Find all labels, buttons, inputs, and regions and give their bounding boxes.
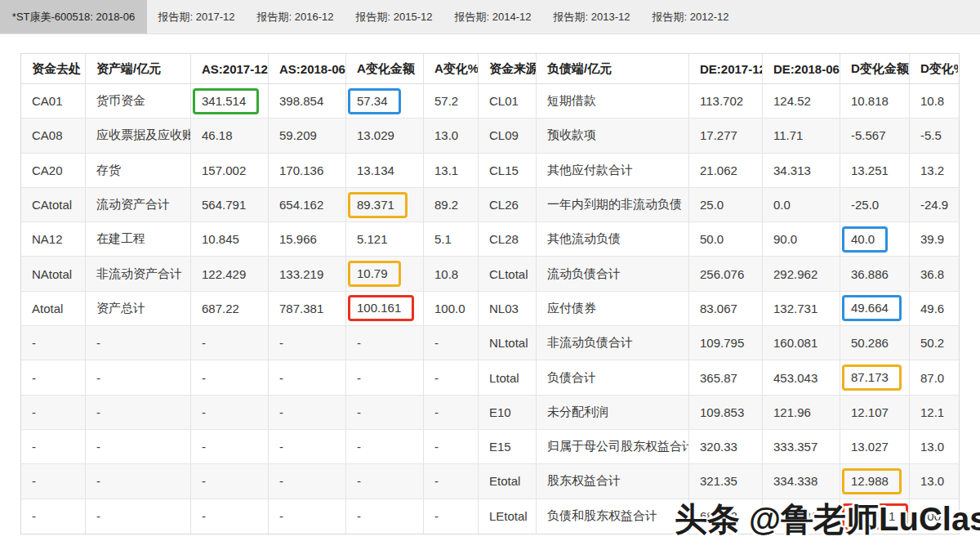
table-cell: CL26 [479, 188, 537, 221]
table-cell: 流动负债合计 [537, 257, 689, 290]
table-row: CA20存货157.002170.13613.13413.1CL15其他应付款合… [21, 154, 959, 188]
table-cell: 89.371 [346, 188, 424, 221]
table-cell: CLtotal [479, 257, 537, 290]
table-cell: 113.702 [689, 84, 763, 118]
table-cell: 341.514 [191, 84, 269, 118]
tab-report-period-1[interactable]: 报告期: 2016-12 [246, 0, 345, 34]
table-cell: - [191, 499, 269, 534]
table-cell: - [269, 464, 346, 498]
table-cell: 49.6 [910, 292, 958, 325]
table-cell: - [346, 464, 424, 498]
table-cell: Ltotal [479, 360, 537, 394]
table-cell: NL03 [479, 292, 537, 325]
table-cell: CAtotal [21, 188, 86, 221]
column-header: 资金来源 [479, 54, 537, 83]
column-header: AS:2018-06 [269, 54, 346, 83]
table-cell: 预收款项 [537, 118, 689, 152]
table-cell: 321.35 [689, 464, 763, 498]
table-cell: 10.845 [191, 222, 269, 256]
table-cell: 13.2 [910, 154, 958, 187]
table-cell: 负债合计 [537, 360, 689, 394]
table-cell: 17.277 [689, 118, 763, 152]
table-cell: E10 [479, 396, 537, 429]
table-cell: 13.029 [346, 118, 424, 152]
table-cell: 687.22 [689, 499, 763, 534]
table-cell: - [191, 396, 269, 429]
table-cell: 10.818 [840, 84, 910, 118]
table-cell: 10.8 [424, 257, 479, 290]
table-cell: 13.0 [910, 464, 958, 498]
table-cell: 非流动资产合计 [86, 257, 191, 290]
table-cell: 654.162 [269, 188, 346, 221]
table-cell: CL28 [479, 222, 537, 256]
table-cell: 453.043 [763, 360, 840, 394]
table-cell: 流动资产合计 [86, 188, 191, 221]
table-cell: 负债和股东权益合计 [537, 499, 689, 534]
table-row: CA08应收票据及应收账款46.1859.20913.02913.0CL09预收… [21, 118, 959, 153]
tab-report-period-4[interactable]: 报告期: 2013-12 [542, 0, 641, 34]
table-cell: 170.136 [269, 154, 346, 187]
table-cell: - [21, 326, 86, 360]
table-cell: 36.886 [840, 257, 910, 290]
table-cell: NAtotal [21, 257, 86, 290]
column-header: 资金去处 [21, 54, 86, 83]
highlight-green-box: 341.514 [193, 88, 259, 114]
table-cell: 12.107 [840, 396, 910, 429]
table-cell: 40.0 [840, 222, 910, 256]
tab-report-period-0[interactable]: 报告期: 2017-12 [147, 0, 246, 34]
table-row: ------Ltotal负债合计365.87453.04387.17387.0 [21, 360, 959, 395]
table-cell: 109.795 [689, 326, 763, 360]
table-cell: - [346, 360, 424, 394]
table-cell: 59.209 [269, 118, 346, 152]
table-cell: 333.357 [763, 430, 840, 463]
table-cell: 50.2 [910, 326, 958, 360]
table-cell: - [424, 499, 479, 534]
tab-report-period-5[interactable]: 报告期: 2012-12 [641, 0, 740, 34]
table-cell: 39.9 [910, 222, 958, 256]
table-cell: 157.002 [191, 154, 269, 187]
table-cell: - [191, 430, 269, 463]
table-cell: 10.8 [910, 84, 958, 118]
column-header: 资产端/亿元 [86, 54, 191, 83]
table-row: ------E10未分配利润109.853121.9612.10712.1 [21, 396, 959, 430]
table-cell: 在建工程 [86, 222, 191, 256]
column-header: D变化金额 [840, 54, 910, 83]
table-cell: - [269, 326, 346, 360]
table-cell: - [21, 499, 86, 534]
table-cell: 87.173 [840, 360, 910, 394]
table-cell: 122.429 [191, 257, 269, 290]
table-row: ------LEtotal负债和股东权益合计687.22787.381100.1… [21, 499, 959, 534]
table-cell: 0.0 [763, 188, 840, 221]
table-cell: - [269, 396, 346, 429]
tab-current-period[interactable]: *ST康美-600518: 2018-06 [0, 0, 147, 34]
highlight-red-box: 100.161 [842, 503, 908, 530]
table-cell: CL09 [479, 118, 537, 152]
table-row: NAtotal非流动资产合计122.429133.21910.7910.8CLt… [21, 257, 959, 291]
table-cell: -25.0 [840, 188, 910, 221]
table-cell: 应收票据及应收账款 [86, 118, 191, 152]
table-cell: 787.381 [269, 292, 346, 325]
tab-report-period-3[interactable]: 报告期: 2014-12 [443, 0, 542, 34]
table-cell: CA08 [21, 118, 86, 152]
table-cell: 100.0 [424, 292, 479, 325]
table-cell: - [21, 396, 86, 429]
table-cell: 25.0 [689, 188, 763, 221]
highlight-orange-box: 10.79 [348, 261, 401, 287]
table-row: Atotal资产总计687.22787.381100.161100.0NL03应… [21, 292, 959, 326]
table-cell: - [346, 326, 424, 360]
table-cell: 334.338 [763, 464, 840, 498]
table-cell: 121.96 [763, 396, 840, 429]
table-cell: 未分配利润 [537, 396, 689, 429]
table-cell: 49.664 [840, 292, 910, 325]
table-cell: - [191, 326, 269, 360]
table-cell: 13.134 [346, 154, 424, 187]
table-cell: 57.34 [346, 84, 424, 118]
table-cell: 90.0 [763, 222, 840, 256]
table-cell: 13.1 [424, 154, 479, 187]
tab-report-period-2[interactable]: 报告期: 2015-12 [345, 0, 443, 34]
table-cell: 13.0 [424, 118, 479, 152]
table-row: NA12在建工程10.84515.9665.1215.1CL28其他流动负债50… [21, 222, 959, 257]
table-cell: LEtotal [479, 499, 537, 534]
table-cell: E15 [479, 430, 537, 463]
table-cell: 13.251 [840, 154, 910, 187]
